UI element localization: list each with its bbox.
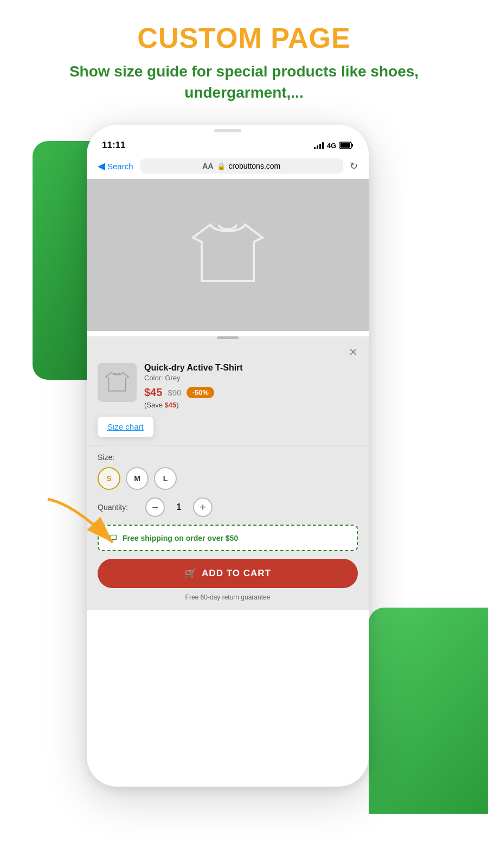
size-chart-tooltip: Size chart	[98, 417, 153, 437]
close-button-row: ✕	[87, 346, 369, 363]
url-bar[interactable]: AA 🔒 crobuttons.com	[140, 158, 343, 174]
svg-rect-3	[352, 144, 354, 147]
signal-bar-3	[319, 144, 321, 149]
page-header: CUSTOM PAGE Show size guide for special …	[0, 0, 488, 114]
sheet-handle	[217, 336, 239, 339]
product-image-area	[87, 179, 369, 331]
battery-icon	[339, 142, 354, 149]
discount-badge: -50%	[187, 387, 214, 398]
green-bg-card-bottomright	[369, 608, 488, 814]
svg-rect-2	[341, 143, 350, 148]
size-option-s[interactable]: S	[98, 467, 120, 490]
refresh-button[interactable]: ↻	[350, 160, 358, 172]
size-option-l[interactable]: L	[154, 467, 177, 490]
signal-bars	[314, 142, 324, 149]
bottom-sheet: ✕ Quick-dry Active T-Shirt Color: Grey $…	[87, 336, 369, 610]
browser-bar: ◀ Search AA 🔒 crobuttons.com ↻	[87, 155, 369, 179]
save-close: )	[176, 401, 178, 409]
page-subtitle: Show size guide for special products lik…	[33, 61, 455, 103]
divider	[87, 445, 369, 445]
size-chart-link[interactable]: Size chart	[107, 422, 144, 431]
product-info-row: Quick-dry Active T-Shirt Color: Grey $45…	[87, 363, 369, 417]
price-current: $45	[144, 386, 162, 399]
close-button[interactable]: ✕	[349, 346, 358, 359]
signal-bar-2	[317, 145, 318, 149]
arrow-annotation	[42, 494, 151, 559]
size-option-m[interactable]: M	[126, 467, 149, 490]
return-guarantee: Free 60-day return guarantee	[87, 593, 369, 610]
save-amount: $45	[165, 401, 177, 409]
price-row: $45 $90 -50%	[144, 386, 358, 399]
url-text: crobuttons.com	[229, 162, 281, 170]
aa-button[interactable]: AA	[202, 162, 213, 170]
phone-scene: 11:11 4G ◀ Search	[0, 125, 488, 814]
price-original: $90	[168, 388, 181, 397]
quantity-value: 1	[174, 502, 184, 512]
status-bar: 11:11 4G	[87, 132, 369, 155]
add-to-cart-button[interactable]: 🛒 ADD TO CART	[98, 559, 358, 588]
signal-bar-1	[314, 147, 316, 149]
thumbnail-image	[103, 368, 131, 397]
save-row: (Save $45)	[144, 401, 358, 409]
phone-mockup: 11:11 4G ◀ Search	[87, 125, 369, 787]
product-image	[184, 212, 271, 298]
size-label: Size:	[98, 453, 358, 462]
cart-icon: 🛒	[184, 567, 196, 579]
product-thumbnail	[98, 363, 137, 402]
size-options: S M L	[98, 467, 358, 490]
size-section: Size: S M L	[87, 453, 369, 497]
phone-time: 11:11	[102, 140, 125, 151]
signal-bar-4	[322, 142, 324, 149]
status-icons: 4G	[314, 142, 354, 150]
quantity-increase-button[interactable]: +	[193, 497, 213, 517]
product-name: Quick-dry Active T-Shirt	[144, 363, 358, 373]
back-label: Search	[107, 162, 133, 171]
page-title: CUSTOM PAGE	[33, 22, 455, 54]
product-color: Color: Grey	[144, 374, 358, 382]
network-type: 4G	[327, 142, 336, 150]
add-to-cart-label: ADD TO CART	[202, 568, 271, 579]
save-text: (Save	[144, 401, 165, 409]
product-details: Quick-dry Active T-Shirt Color: Grey $45…	[144, 363, 358, 409]
browser-back-button[interactable]: ◀ Search	[98, 160, 133, 172]
